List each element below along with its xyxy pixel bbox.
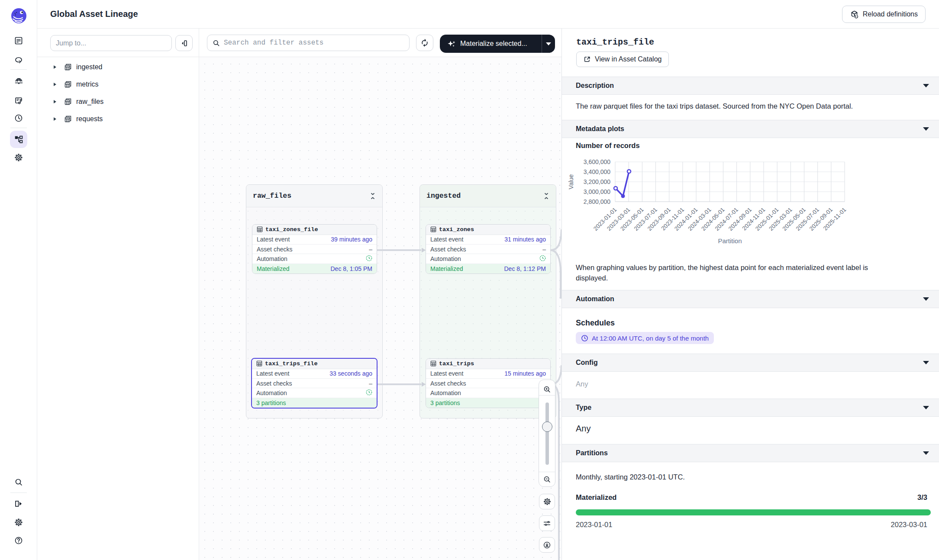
- svg-text:3,200,000: 3,200,000: [584, 178, 610, 185]
- svg-text:2,800,000: 2,800,000: [584, 198, 610, 205]
- svg-text:Value: Value: [568, 174, 574, 189]
- svg-text:3,000,000: 3,000,000: [584, 188, 610, 195]
- svg-text:3,400,000: 3,400,000: [584, 168, 610, 175]
- svg-text:Partition: Partition: [718, 237, 742, 245]
- svg-text:3,600,000: 3,600,000: [584, 158, 610, 165]
